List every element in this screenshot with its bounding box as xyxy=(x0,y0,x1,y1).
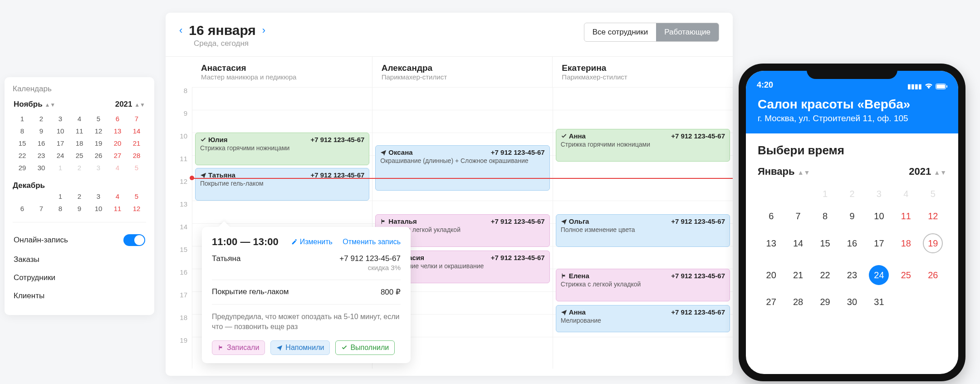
calendar-day[interactable]: 25 xyxy=(892,259,919,291)
calendar-day[interactable]: 2 xyxy=(32,113,51,125)
calendar-day[interactable]: 11 xyxy=(70,125,89,137)
appointment-card[interactable]: Татьяна+7 912 123-45-67Покрытие гель-лак… xyxy=(195,168,369,201)
chip-booked[interactable]: Записали xyxy=(212,340,265,355)
chip-done[interactable]: Выполнили xyxy=(335,340,395,355)
calendar-day[interactable]: 13 xyxy=(758,227,784,259)
calendar-day[interactable]: 5 xyxy=(127,162,146,174)
next-day-button[interactable]: › xyxy=(262,25,265,36)
calendar-day[interactable]: 14 xyxy=(784,227,811,259)
calendar-day[interactable]: 5 xyxy=(920,183,946,205)
calendar-day[interactable] xyxy=(920,291,946,313)
appointment-card[interactable]: Анна+7 912 123-45-67Стрижка горячими нож… xyxy=(556,129,730,162)
calendar-day[interactable]: 12 xyxy=(89,125,108,137)
calendar-day[interactable]: 7 xyxy=(784,205,811,227)
calendar-day[interactable]: 15 xyxy=(13,137,32,149)
calendar-day[interactable]: 6 xyxy=(758,205,784,227)
calendar-day[interactable]: 17 xyxy=(866,227,892,259)
nav-staff[interactable]: Сотрудники xyxy=(13,269,146,287)
calendar-day[interactable]: 5 xyxy=(127,190,146,202)
calendar-day[interactable]: 7 xyxy=(32,202,51,215)
calendar-day[interactable] xyxy=(784,183,811,205)
calendar-day[interactable]: 30 xyxy=(32,162,51,174)
calendar-day[interactable] xyxy=(758,183,784,205)
calendar-day[interactable]: 3 xyxy=(89,190,108,202)
calendar-day[interactable]: 3 xyxy=(866,183,892,205)
calendar-day[interactable]: 20 xyxy=(758,259,784,291)
calendar-day[interactable]: 23 xyxy=(838,259,865,291)
calendar-day[interactable]: 27 xyxy=(758,291,784,313)
calendar-day[interactable]: 24 xyxy=(51,149,70,162)
calendar-day[interactable]: 7 xyxy=(127,113,146,125)
calendar-day[interactable]: 24 xyxy=(866,259,892,291)
calendar-day[interactable]: 4 xyxy=(108,190,127,202)
month-nav-1[interactable]: Ноябрь ▲▼ 2021 ▲▼ xyxy=(14,100,145,109)
calendar-day[interactable] xyxy=(13,190,32,202)
calendar-day[interactable]: 23 xyxy=(32,149,51,162)
calendar-day[interactable]: 6 xyxy=(13,202,32,215)
calendar-day[interactable]: 13 xyxy=(108,125,127,137)
calendar-day[interactable]: 9 xyxy=(70,202,89,215)
calendar-day[interactable]: 10 xyxy=(89,202,108,215)
staff-filter-toggle[interactable]: Все сотрудники Работающие xyxy=(584,23,719,42)
calendar-day[interactable]: 6 xyxy=(108,113,127,125)
calendar-day[interactable]: 28 xyxy=(784,291,811,313)
calendar-day[interactable]: 16 xyxy=(838,227,865,259)
nav-clients[interactable]: Клиенты xyxy=(13,287,146,305)
schedule-column[interactable]: Анна+7 912 123-45-67Стрижка горячими нож… xyxy=(553,87,733,369)
calendar-day[interactable] xyxy=(892,291,919,313)
calendar-day[interactable]: 22 xyxy=(812,259,838,291)
calendar-day[interactable]: 30 xyxy=(838,291,865,313)
calendar-day[interactable]: 2 xyxy=(838,183,865,205)
appointment-card[interactable]: Оксана+7 912 123-45-67Окрашивание (длинн… xyxy=(375,145,549,191)
calendar-day[interactable]: 1 xyxy=(13,113,32,125)
calendar-day[interactable]: 26 xyxy=(89,149,108,162)
appointment-card[interactable]: Юлия+7 912 123-45-67Стрижка горячими нож… xyxy=(195,133,369,165)
calendar-day[interactable]: 18 xyxy=(70,137,89,149)
mini-calendar-dec[interactable]: 123456789101112 xyxy=(13,190,146,215)
calendar-day[interactable]: 18 xyxy=(892,227,919,259)
appointment-card[interactable]: Елена+7 912 123-45-67Стрижка с легкой ук… xyxy=(556,269,730,301)
calendar-day[interactable]: 11 xyxy=(108,202,127,215)
calendar-day[interactable]: 29 xyxy=(13,162,32,174)
calendar-day[interactable]: 21 xyxy=(784,259,811,291)
toggle-switch[interactable] xyxy=(123,234,145,246)
mini-calendar-nov[interactable]: 1234567891011121314151617181920212223242… xyxy=(13,113,146,174)
calendar-day[interactable]: 20 xyxy=(108,137,127,149)
calendar-day[interactable]: 29 xyxy=(812,291,838,313)
calendar-day[interactable]: 27 xyxy=(108,149,127,162)
calendar-day[interactable]: 14 xyxy=(127,125,146,137)
calendar-day[interactable]: 8 xyxy=(51,202,70,215)
appointment-card[interactable]: Анна+7 912 123-45-67Мелирование xyxy=(556,305,730,332)
calendar-day[interactable]: 9 xyxy=(32,125,51,137)
calendar-day[interactable]: 3 xyxy=(89,162,108,174)
calendar-day[interactable]: 19 xyxy=(89,137,108,149)
calendar-day[interactable]: 21 xyxy=(127,137,146,149)
calendar-day[interactable]: 12 xyxy=(920,205,946,227)
calendar-day[interactable]: 8 xyxy=(812,205,838,227)
calendar-day[interactable] xyxy=(32,190,51,202)
calendar-day[interactable]: 2 xyxy=(70,162,89,174)
nav-orders[interactable]: Заказы xyxy=(13,251,146,269)
calendar-day[interactable]: 26 xyxy=(920,259,946,291)
edit-link[interactable]: Изменить xyxy=(291,238,334,246)
calendar-day[interactable]: 1 xyxy=(51,162,70,174)
mobile-month-nav[interactable]: Январь ▲▼ 2021 ▲▼ xyxy=(758,166,946,177)
calendar-day[interactable]: 1 xyxy=(812,183,838,205)
calendar-day[interactable]: 10 xyxy=(866,205,892,227)
calendar-day[interactable]: 31 xyxy=(866,291,892,313)
calendar-day[interactable]: 19 xyxy=(920,227,946,259)
filter-working[interactable]: Работающие xyxy=(656,23,719,41)
calendar-day[interactable]: 8 xyxy=(13,125,32,137)
calendar-day[interactable]: 1 xyxy=(51,190,70,202)
cancel-link[interactable]: Отменить запись xyxy=(343,238,401,246)
chip-reminded[interactable]: Напомнили xyxy=(270,340,330,355)
calendar-day[interactable]: 4 xyxy=(892,183,919,205)
calendar-day[interactable]: 4 xyxy=(108,162,127,174)
calendar-day[interactable]: 15 xyxy=(812,227,838,259)
calendar-day[interactable]: 12 xyxy=(127,202,146,215)
prev-day-button[interactable]: ‹ xyxy=(179,25,182,36)
calendar-day[interactable]: 17 xyxy=(51,137,70,149)
filter-all[interactable]: Все сотрудники xyxy=(584,23,657,41)
calendar-day[interactable]: 16 xyxy=(32,137,51,149)
calendar-day[interactable]: 3 xyxy=(51,113,70,125)
